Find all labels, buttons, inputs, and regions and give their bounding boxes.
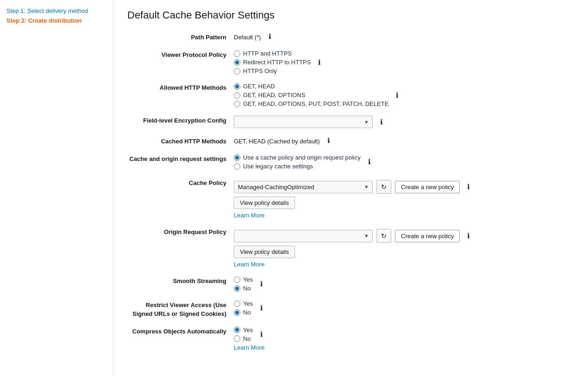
compress-objects-group: Yes No: [234, 327, 253, 342]
cached-http-methods-info-icon: ℹ: [327, 136, 330, 145]
origin-request-policy-view-details-button[interactable]: View policy details: [234, 246, 295, 258]
cached-http-methods-row: Cached HTTP Methods GET, HEAD (Cached by…: [127, 136, 574, 146]
cache-policy-actions: Managed-CachingOptimized ▼ ↻ Create a ne…: [234, 180, 574, 219]
cache-origin-use-legacy[interactable]: Use legacy cache settings: [234, 163, 361, 170]
cache-policy-info-icon: ℹ: [467, 183, 470, 191]
cached-http-methods-value: GET, HEAD (Cached by default): [234, 137, 320, 145]
smooth-streaming-group: Yes No: [234, 276, 253, 292]
sidebar-step2[interactable]: Step 2: Create distribution: [6, 17, 106, 24]
smooth-streaming-no[interactable]: No: [234, 285, 253, 292]
step2-label: Step 2: Create distribution: [6, 17, 82, 24]
restrict-viewer-access-yes[interactable]: Yes: [234, 300, 253, 307]
origin-request-policy-select-wrapper: ▼: [234, 230, 373, 242]
cache-policy-select-wrapper: Managed-CachingOptimized ▼: [234, 181, 373, 193]
viewer-protocol-info-icon: ℹ: [318, 58, 321, 67]
compress-objects-row: Compress Objects Automatically Yes No ℹ …: [127, 327, 574, 351]
field-level-encryption-row: Field-level Encryption Config ▼ ℹ: [127, 116, 574, 128]
allowed-http-methods-group: GET, HEAD GET, HEAD, OPTIONS GET, HEAD, …: [234, 83, 388, 107]
allowed-http-methods-row: Allowed HTTP Methods GET, HEAD GET, HEAD…: [127, 83, 574, 107]
sidebar: Step 1: Select delivery method Step 2: C…: [0, 0, 113, 376]
viewer-protocol-policy-row: Viewer Protocol Policy HTTP and HTTPS Re…: [127, 50, 574, 74]
page-title: Default Cache Behavior Settings: [127, 9, 574, 21]
origin-request-policy-refresh-button[interactable]: ↻: [376, 229, 391, 243]
cache-origin-settings-info-icon: ℹ: [368, 158, 371, 166]
path-pattern-label: Path Pattern: [127, 32, 234, 42]
cache-origin-use-policy[interactable]: Use a cache policy and origin request po…: [234, 154, 361, 161]
smooth-streaming-row: Smooth Streaming Yes No ℹ: [127, 276, 574, 292]
allowed-methods-all[interactable]: GET, HEAD, OPTIONS, PUT, POST, PATCH, DE…: [234, 100, 388, 107]
cache-policy-select[interactable]: Managed-CachingOptimized: [234, 181, 373, 193]
cache-policy-view-details-button[interactable]: View policy details: [234, 197, 295, 209]
smooth-streaming-info-icon: ℹ: [260, 280, 263, 288]
cache-origin-settings-row: Cache and origin request settings Use a …: [127, 154, 574, 170]
origin-request-policy-actions: ▼ ↻ Create a new policy ℹ View policy de…: [234, 229, 574, 268]
restrict-viewer-access-label: Restrict Viewer Access (Use Signed URLs …: [127, 300, 234, 318]
viewer-protocol-policy-label: Viewer Protocol Policy: [127, 50, 234, 59]
origin-request-policy-create-button[interactable]: Create a new policy: [395, 230, 460, 242]
viewer-protocol-policy-group: HTTP and HTTPS Redirect HTTP to HTTPS HT…: [234, 50, 311, 74]
origin-request-policy-select[interactable]: [234, 230, 373, 242]
compress-objects-learn-more-link[interactable]: Learn More: [234, 344, 264, 351]
origin-request-policy-label: Origin Request Policy: [127, 227, 234, 236]
compress-objects-no[interactable]: No: [234, 335, 253, 342]
allowed-methods-get-head[interactable]: GET, HEAD: [234, 83, 388, 90]
cache-policy-label: Cache Policy: [127, 178, 234, 187]
compress-objects-info-icon: ℹ: [260, 330, 263, 339]
smooth-streaming-yes[interactable]: Yes: [234, 276, 253, 283]
compress-objects-label: Compress Objects Automatically: [127, 327, 234, 336]
viewer-protocol-http-https[interactable]: HTTP and HTTPS: [234, 50, 311, 57]
cache-origin-settings-group: Use a cache policy and origin request po…: [234, 154, 361, 170]
cache-policy-row: Cache Policy Managed-CachingOptimized ▼ …: [127, 178, 574, 219]
cache-policy-create-button[interactable]: Create a new policy: [395, 181, 460, 193]
origin-request-policy-row: Origin Request Policy ▼ ↻ Create a new p…: [127, 227, 574, 268]
viewer-protocol-redirect[interactable]: Redirect HTTP to HTTPS: [234, 59, 311, 66]
cache-origin-settings-label: Cache and origin request settings: [127, 154, 234, 163]
sidebar-step1[interactable]: Step 1: Select delivery method: [6, 7, 106, 14]
allowed-http-methods-label: Allowed HTTP Methods: [127, 83, 234, 92]
path-pattern-row: Path Pattern Default (*) ℹ: [127, 32, 574, 42]
allowed-methods-get-head-options[interactable]: GET, HEAD, OPTIONS: [234, 92, 388, 99]
viewer-protocol-https-only[interactable]: HTTPS Only: [234, 68, 311, 74]
step1-label: Step 1: Select delivery method: [6, 7, 88, 14]
restrict-viewer-access-row: Restrict Viewer Access (Use Signed URLs …: [127, 300, 574, 318]
field-level-encryption-label: Field-level Encryption Config: [127, 116, 234, 125]
restrict-viewer-access-group: Yes No: [234, 300, 253, 316]
smooth-streaming-label: Smooth Streaming: [127, 276, 234, 285]
path-pattern-info-icon: ℹ: [269, 32, 271, 41]
cache-policy-learn-more-link[interactable]: Learn More: [234, 212, 264, 219]
field-level-encryption-info-icon: ℹ: [380, 118, 383, 126]
restrict-viewer-access-info-icon: ℹ: [260, 304, 263, 312]
origin-request-policy-learn-more-link[interactable]: Learn More: [234, 261, 264, 268]
cache-policy-refresh-button[interactable]: ↻: [376, 180, 391, 194]
path-pattern-control: Default (*) ℹ: [234, 32, 574, 41]
field-level-encryption-select-wrapper: ▼: [234, 116, 373, 128]
cached-http-methods-label: Cached HTTP Methods: [127, 136, 234, 146]
field-level-encryption-select[interactable]: [234, 116, 373, 128]
restrict-viewer-access-no[interactable]: No: [234, 309, 253, 316]
allowed-http-methods-info-icon: ℹ: [396, 91, 399, 99]
main-content: Default Cache Behavior Settings Path Pat…: [113, 0, 588, 376]
compress-objects-yes[interactable]: Yes: [234, 327, 253, 333]
path-pattern-value: Default (*): [234, 33, 261, 41]
origin-request-policy-info-icon: ℹ: [467, 232, 470, 240]
